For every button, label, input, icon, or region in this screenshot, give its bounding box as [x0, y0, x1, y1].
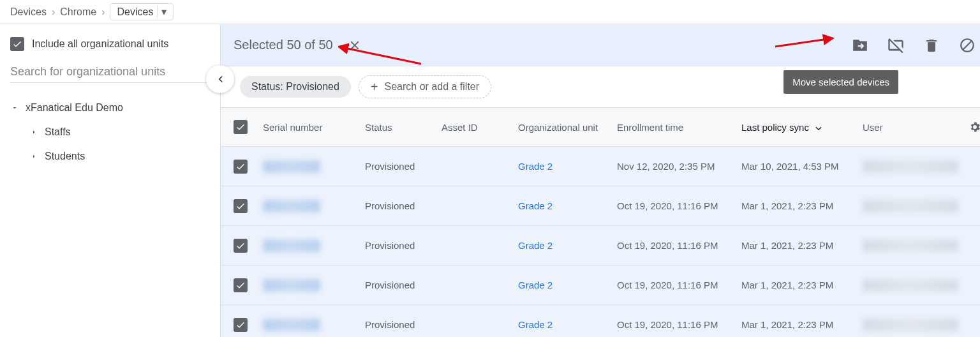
org-child-label: Students: [45, 151, 85, 162]
org-child-students[interactable]: Students: [8, 144, 215, 168]
cell-serial: [260, 318, 362, 331]
row-checkbox[interactable]: [234, 199, 248, 213]
table-row[interactable]: Provisioned Grade 2 Oct 19, 2020, 11:16 …: [221, 305, 980, 337]
delete-device-button[interactable]: [923, 36, 940, 54]
cell-user: [860, 279, 961, 292]
org-child-staffs[interactable]: Staffs: [8, 120, 215, 144]
cell-sync: Mar 1, 2021, 2:23 PM: [739, 240, 860, 251]
cell-user: [860, 160, 961, 173]
add-filter-label: Search or add a filter: [385, 81, 480, 93]
move-device-button[interactable]: [851, 36, 869, 54]
cell-enroll: Oct 19, 2020, 11:16 PM: [614, 319, 739, 330]
disable-device-button[interactable]: [887, 36, 905, 54]
col-enroll[interactable]: Enrollment time: [614, 122, 739, 133]
arrow-down-icon: [813, 121, 824, 133]
cell-status: Provisioned: [362, 319, 439, 330]
move-tooltip: Move selected devices: [783, 70, 898, 94]
plus-icon: +: [371, 80, 378, 93]
org-child-label: Staffs: [45, 126, 71, 138]
cell-status: Provisioned: [362, 200, 439, 211]
cell-serial: [260, 200, 362, 213]
row-checkbox[interactable]: [234, 278, 248, 292]
cell-sync: Mar 10, 2021, 4:53 PM: [739, 161, 860, 172]
cell-org[interactable]: Grade 2: [516, 280, 614, 290]
gear-icon[interactable]: [969, 121, 980, 133]
cell-org[interactable]: Grade 2: [516, 319, 614, 330]
cell-status: Provisioned: [362, 280, 439, 290]
sidebar: Include all organizational units xFanati…: [0, 24, 220, 337]
add-filter-button[interactable]: + Search or add a filter: [359, 75, 491, 98]
chevron-right-icon: ›: [101, 6, 105, 18]
cell-enroll: Oct 19, 2020, 11:16 PM: [614, 240, 739, 251]
include-all-checkbox[interactable]: [10, 37, 24, 51]
include-all-row: Include all organizational units: [8, 34, 215, 59]
table-row[interactable]: Provisioned Grade 2 Oct 19, 2020, 11:16 …: [221, 186, 980, 226]
col-sync-label: Last policy sync: [741, 122, 809, 133]
row-checkbox[interactable]: [234, 318, 248, 332]
org-root-label: xFanatical Edu Demo: [26, 102, 123, 114]
cell-enroll: Oct 19, 2020, 11:16 PM: [614, 200, 739, 211]
chevron-right-icon: ›: [52, 6, 55, 18]
cell-status: Provisioned: [362, 161, 439, 172]
col-status[interactable]: Status: [362, 122, 439, 133]
table-row[interactable]: Provisioned Grade 2 Nov 12, 2020, 2:35 P…: [221, 147, 980, 186]
breadcrumb: Devices › Chrome › Devices ▾: [0, 0, 980, 24]
org-tree: xFanatical Edu Demo Staffs Students: [8, 96, 215, 168]
col-serial[interactable]: Serial number: [260, 122, 362, 133]
org-root[interactable]: xFanatical Edu Demo: [8, 96, 215, 120]
selection-bar: Selected 50 of 50 Move selected devices: [221, 24, 980, 66]
row-checkbox[interactable]: [234, 160, 248, 174]
cell-status: Provisioned: [362, 240, 439, 251]
caret-down-icon: [10, 104, 19, 112]
cell-serial: [260, 279, 362, 292]
cell-user: [860, 318, 961, 331]
row-checkbox[interactable]: [234, 239, 248, 253]
cell-sync: Mar 1, 2021, 2:23 PM: [739, 280, 860, 290]
table-header: Serial number Status Asset ID Organizati…: [221, 107, 980, 147]
select-all-checkbox[interactable]: [234, 120, 248, 134]
col-sync[interactable]: Last policy sync: [739, 121, 860, 133]
devices-table: Serial number Status Asset ID Organizati…: [221, 107, 980, 337]
cell-user: [860, 239, 961, 252]
svg-line-1: [963, 41, 972, 49]
cell-enroll: Oct 19, 2020, 11:16 PM: [614, 280, 739, 290]
caret-right-icon: [29, 153, 38, 160]
breadcrumb-current-dropdown[interactable]: Devices ▾: [110, 3, 174, 20]
col-org[interactable]: Organizational unit: [516, 122, 614, 133]
clear-selection-button[interactable]: [343, 34, 366, 57]
cell-sync: Mar 1, 2021, 2:23 PM: [739, 319, 860, 330]
breadcrumb-devices[interactable]: Devices: [10, 6, 47, 18]
cell-org[interactable]: Grade 2: [516, 200, 614, 211]
cell-serial: [260, 160, 362, 173]
cell-enroll: Nov 12, 2020, 2:35 PM: [614, 161, 739, 172]
deprovision-device-button[interactable]: [958, 36, 976, 54]
col-asset[interactable]: Asset ID: [439, 122, 516, 133]
cell-org[interactable]: Grade 2: [516, 240, 614, 251]
cell-user: [860, 200, 961, 213]
cell-sync: Mar 1, 2021, 2:23 PM: [739, 200, 860, 211]
caret-right-icon: [29, 128, 38, 136]
org-search-input[interactable]: [10, 61, 212, 83]
cell-org[interactable]: Grade 2: [516, 161, 614, 172]
breadcrumb-chrome[interactable]: Chrome: [60, 6, 96, 18]
cell-serial: [260, 239, 362, 252]
include-all-label: Include all organizational units: [32, 38, 168, 50]
main-content: Selected 50 of 50 Move selected devices: [220, 24, 980, 337]
col-user[interactable]: User: [860, 122, 961, 133]
table-row[interactable]: Provisioned Grade 2 Oct 19, 2020, 11:16 …: [221, 226, 980, 266]
breadcrumb-current-label: Devices: [117, 6, 153, 18]
selection-count: Selected 50 of 50: [234, 38, 333, 52]
collapse-sidebar-button[interactable]: [206, 65, 234, 93]
status-filter-chip[interactable]: Status: Provisioned: [240, 76, 351, 98]
table-row[interactable]: Provisioned Grade 2 Oct 19, 2020, 11:16 …: [221, 266, 980, 305]
caret-down-icon: ▾: [157, 6, 170, 18]
